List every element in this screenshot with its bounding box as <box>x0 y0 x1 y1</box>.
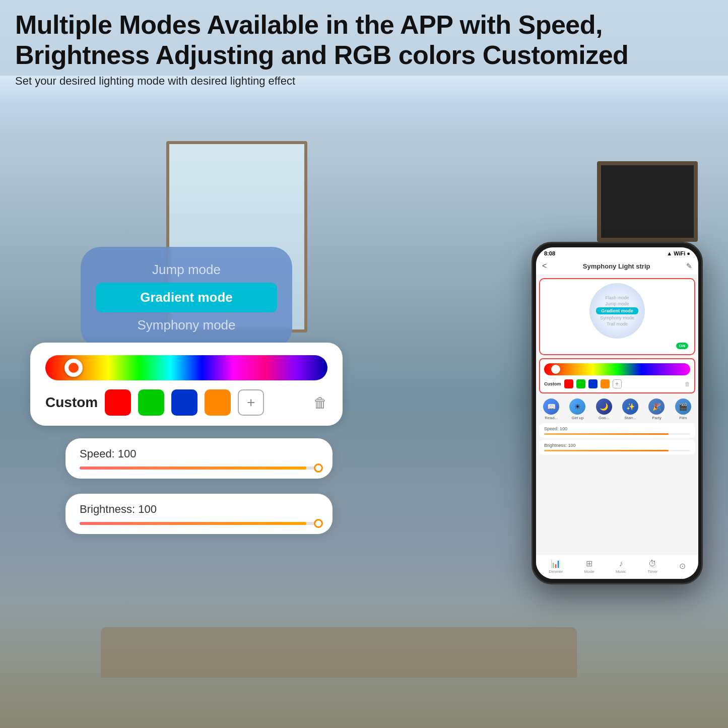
mode-gradient[interactable]: Gradient mode <box>96 283 277 312</box>
phone-preset-goodnight[interactable]: 🌙 Goo... <box>596 399 612 420</box>
phone-swatch-blue[interactable] <box>588 379 598 388</box>
phone-preset-getup[interactable]: ☀ Get up <box>569 399 585 420</box>
phone-swatch-red[interactable] <box>564 379 573 388</box>
phone-nav-music[interactable]: ♪ Music <box>616 559 626 574</box>
phone-custom-label: Custom <box>544 381 561 386</box>
phone-color-row: Custom + 🗑 <box>544 379 690 388</box>
phone-header-title: Symphony Light strip <box>583 262 650 270</box>
phone-symphony-mode[interactable]: Symphony mode <box>600 315 634 320</box>
phone-gradient-mode[interactable]: Gradient mode <box>596 307 638 314</box>
phone-preset-getup-label: Get up <box>571 416 583 420</box>
phone-preset-party-label: Party <box>652 416 661 420</box>
phone-signal-icons: ▲ WiFi ● <box>667 250 690 256</box>
phone-brightness-track[interactable] <box>544 450 690 451</box>
phone-dimmer-label: Dimmer <box>549 569 563 574</box>
phone-preset-getup-icon[interactable]: ☀ <box>569 399 585 415</box>
phone-time: 8:08 <box>544 250 555 256</box>
phone-speed-label: Speed: 100 <box>544 426 690 431</box>
phone-jump-mode[interactable]: Jump mode <box>605 301 629 306</box>
phone-toggle[interactable]: ON <box>676 343 688 349</box>
phone-preset-goodnight-label: Goo... <box>599 416 610 420</box>
phone-color-thumb[interactable] <box>551 365 560 374</box>
phone-preset-goodnight-icon[interactable]: 🌙 <box>596 399 612 415</box>
phone-swatch-green[interactable] <box>576 379 585 388</box>
page-title: Multiple Modes Available in the APP with… <box>15 10 713 71</box>
speed-bubble: Speed: 100 <box>65 438 333 479</box>
phone-back-button[interactable]: < <box>542 261 547 271</box>
phone-screen: 8:08 ▲ WiFi ● < Symphony Light strip ✎ F… <box>536 247 698 579</box>
header-section: Multiple Modes Available in the APP with… <box>15 10 713 88</box>
phone-nav-timer[interactable]: ⏱ Timer <box>647 559 657 574</box>
phone-nav-dimmer[interactable]: 📊 Dimmer <box>549 559 563 574</box>
color-swatch-green[interactable] <box>138 389 164 416</box>
phone-preset-read[interactable]: 📖 Read... <box>543 399 559 420</box>
color-swatch-orange[interactable] <box>205 389 231 416</box>
phone-mode-icon[interactable]: ⊞ <box>586 559 592 568</box>
phone-timer-label: Timer <box>647 569 657 574</box>
phone-add-color-button[interactable]: + <box>613 379 622 388</box>
phone-preset-read-label: Read... <box>545 416 558 420</box>
phone-nav-mode[interactable]: ⊞ Mode <box>584 559 594 574</box>
phone-music-icon[interactable]: ♪ <box>619 559 623 568</box>
speed-slider-fill <box>80 467 306 470</box>
speed-slider-thumb[interactable] <box>314 464 323 473</box>
brightness-bubble: Brightness: 100 <box>65 494 333 534</box>
brightness-slider-fill <box>80 522 306 525</box>
phone-preset-starry[interactable]: ✨ Starr... <box>622 399 638 420</box>
phone-brightness-section: Brightness: 100 <box>539 440 695 454</box>
phone-speed-track[interactable] <box>544 433 690 435</box>
phone-presets-row: 📖 Read... ☀ Get up 🌙 Goo... ✨ Starr... 🎉… <box>536 395 698 421</box>
phone-timer-icon[interactable]: ⏱ <box>648 559 656 568</box>
phone-swatch-orange[interactable] <box>601 379 610 388</box>
color-slider-thumb[interactable] <box>64 359 83 377</box>
phone-mode-label: Mode <box>584 569 594 574</box>
color-swatch-blue[interactable] <box>171 389 197 416</box>
phone-edit-button[interactable]: ✎ <box>686 262 692 270</box>
phone-preset-party-icon[interactable]: 🎉 <box>648 399 665 415</box>
mode-selector-bubble: Jump mode Gradient mode Symphony mode <box>81 247 292 348</box>
mode-jump[interactable]: Jump mode <box>96 257 277 283</box>
speed-slider-track[interactable] <box>80 467 318 470</box>
phone-color-section: Custom + 🗑 <box>539 358 695 393</box>
phone-header: < Symphony Light strip ✎ <box>536 259 698 275</box>
brightness-label: Brightness: 100 <box>80 503 318 516</box>
phone-preset-read-icon[interactable]: 📖 <box>543 399 559 415</box>
phone-mode-section: Flash mode Jump mode Gradient mode Symph… <box>539 278 695 355</box>
phone-status-bar: 8:08 ▲ WiFi ● <box>536 247 698 259</box>
color-row: Custom + 🗑 <box>45 389 327 416</box>
phone-preset-starry-icon[interactable]: ✨ <box>622 399 638 415</box>
speed-label: Speed: 100 <box>80 447 318 460</box>
phone-trail-mode[interactable]: Trail mode <box>607 321 628 326</box>
color-slider-bar[interactable] <box>45 355 327 380</box>
phone-nav-more[interactable]: ⊙ <box>679 561 686 572</box>
phone-more-icon[interactable]: ⊙ <box>679 561 686 571</box>
phone-speed-fill <box>544 433 669 435</box>
custom-label: Custom <box>45 394 98 411</box>
phone-speed-section: Speed: 100 <box>539 423 695 438</box>
phone-brightness-fill <box>544 450 669 451</box>
phone-preset-film-label: Film <box>679 416 687 420</box>
phone-bottom-nav: 📊 Dimmer ⊞ Mode ♪ Music ⏱ Timer ⊙ <box>536 554 698 579</box>
color-add-button[interactable]: + <box>238 389 264 416</box>
phone-music-label: Music <box>616 569 626 574</box>
phone-preset-party[interactable]: 🎉 Party <box>648 399 665 420</box>
phone-brightness-label: Brightness: 100 <box>544 443 690 448</box>
color-selector-bubble: Custom + 🗑 <box>30 343 343 426</box>
mode-symphony[interactable]: Symphony mode <box>96 312 277 338</box>
phone-delete-button[interactable]: 🗑 <box>685 381 690 387</box>
phone-dimmer-icon[interactable]: 📊 <box>551 559 561 568</box>
phone-preset-film-icon[interactable]: 🎬 <box>675 399 691 415</box>
phone-flash-mode[interactable]: Flash mode <box>605 295 629 300</box>
color-swatch-red[interactable] <box>105 389 131 416</box>
phone-color-bar[interactable] <box>544 363 690 375</box>
brightness-slider-thumb[interactable] <box>314 519 323 528</box>
phone-preset-starry-label: Starr... <box>624 416 636 420</box>
phone-preset-film[interactable]: 🎬 Film <box>675 399 691 420</box>
page-subtitle: Set your desired lighting mode with desi… <box>15 75 713 88</box>
brightness-slider-track[interactable] <box>80 522 318 525</box>
color-delete-button[interactable]: 🗑 <box>313 394 327 411</box>
phone-mode-wheel[interactable]: Flash mode Jump mode Gradient mode Symph… <box>589 283 645 339</box>
phone-toggle-row: ON <box>544 342 690 350</box>
phone-mockup: 8:08 ▲ WiFi ● < Symphony Light strip ✎ F… <box>532 242 703 584</box>
